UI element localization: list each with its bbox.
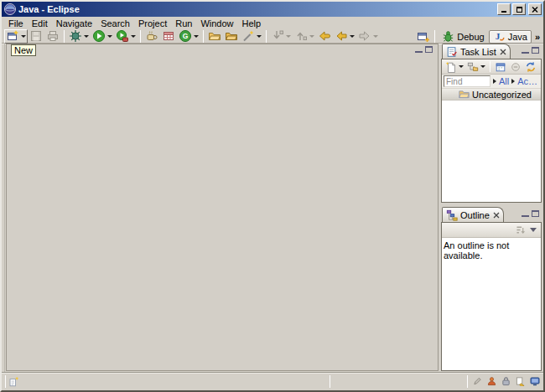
open-folder-alt-button[interactable] xyxy=(223,29,240,44)
new-wizard-button[interactable] xyxy=(4,29,28,44)
open-folder-alt-icon xyxy=(225,29,238,43)
editor-area[interactable] xyxy=(6,44,439,371)
back-button[interactable] xyxy=(333,29,356,44)
open-folder-icon xyxy=(208,29,221,43)
back-dropdown-icon[interactable] xyxy=(350,35,355,38)
last-edit-location-button[interactable] xyxy=(316,29,333,44)
category-label: Uncategorized xyxy=(472,90,532,100)
web-grid-button[interactable] xyxy=(160,29,177,44)
status-task-icon[interactable] xyxy=(8,376,19,389)
task-list-icon xyxy=(446,46,458,58)
close-outline-icon[interactable] xyxy=(493,212,500,219)
categorize-dropdown-icon[interactable] xyxy=(480,65,485,68)
categorize-button[interactable] xyxy=(465,59,487,74)
toolbar-separator xyxy=(266,30,267,43)
next-annotation-dropdown-icon xyxy=(286,35,291,38)
new-task-dropdown-icon[interactable] xyxy=(459,65,464,68)
eclipse-window: Java - Eclipse File Edit Navigate Search… xyxy=(0,0,545,392)
left-trim xyxy=(2,44,5,372)
java-cup-button[interactable] xyxy=(143,29,160,44)
svg-text:G: G xyxy=(183,32,189,40)
minimize-button[interactable] xyxy=(497,3,511,15)
menu-file[interactable]: File xyxy=(4,18,28,29)
debug-icon xyxy=(69,29,82,43)
menu-project[interactable]: Project xyxy=(134,18,171,29)
view-menu-icon[interactable] xyxy=(541,64,542,69)
menu-navigate[interactable]: Navigate xyxy=(52,18,96,29)
eclipse-logo-icon xyxy=(4,3,16,15)
find-input[interactable] xyxy=(444,75,490,87)
task-list-toolbar xyxy=(442,59,541,75)
close-button[interactable] xyxy=(528,3,542,15)
filter-all-link[interactable]: All xyxy=(499,76,509,86)
outline-sort-button xyxy=(513,223,527,237)
maximize-button[interactable] xyxy=(512,3,526,15)
minimize-editor-icon[interactable] xyxy=(415,46,423,53)
open-folder-button[interactable] xyxy=(206,29,223,44)
schedule-button[interactable] xyxy=(493,59,508,74)
status-tray xyxy=(473,376,540,386)
new-wizard-dropdown-icon[interactable] xyxy=(21,35,26,38)
perspective-overflow-chevron[interactable]: » xyxy=(535,32,540,42)
status-divider xyxy=(467,375,468,388)
maximize-outline-icon[interactable] xyxy=(532,210,539,217)
task-list-tab[interactable]: Task List xyxy=(442,44,511,59)
task-list-tab-label: Task List xyxy=(460,47,496,57)
close-icon xyxy=(532,7,538,13)
workbench-content: Task List xyxy=(2,44,543,372)
task-list-area[interactable] xyxy=(442,101,541,201)
view-menu-icon[interactable] xyxy=(530,228,537,232)
print-icon xyxy=(46,29,60,43)
next-annotation-button xyxy=(269,29,293,44)
synchronize-button[interactable] xyxy=(523,59,538,74)
java-cup-icon xyxy=(145,29,158,43)
perspective-debug-button[interactable]: Debug xyxy=(438,30,488,44)
debug-button[interactable] xyxy=(67,29,91,44)
tray-user-icon[interactable] xyxy=(487,376,496,386)
category-row-uncategorized[interactable]: Uncategorized xyxy=(442,89,541,101)
external-tools-dropdown-icon[interactable] xyxy=(131,35,136,38)
main-toolbar: G xyxy=(2,29,543,44)
open-perspective-button[interactable] xyxy=(415,29,432,44)
wand-dropdown-icon[interactable] xyxy=(257,35,262,38)
tray-console-icon[interactable] xyxy=(530,376,540,386)
next-annotation-icon xyxy=(271,29,284,43)
filter-activated-arrow-icon[interactable] xyxy=(511,79,515,84)
categorize-icon xyxy=(467,61,479,73)
run-button[interactable] xyxy=(91,29,114,44)
debug-dropdown-icon[interactable] xyxy=(84,35,89,38)
maximize-editor-icon[interactable] xyxy=(425,46,433,53)
titlebar[interactable]: Java - Eclipse xyxy=(2,2,543,17)
outline-tab[interactable]: Outline xyxy=(442,207,504,222)
tray-log-icon[interactable] xyxy=(516,376,525,386)
filter-activated-link[interactable]: Activat... xyxy=(517,76,539,86)
save-button xyxy=(28,29,44,44)
external-tools-button[interactable] xyxy=(114,29,138,44)
run-dropdown-icon[interactable] xyxy=(107,35,112,38)
menu-window[interactable]: Window xyxy=(196,18,237,29)
new-task-icon xyxy=(445,61,457,73)
menu-edit[interactable]: Edit xyxy=(28,18,52,29)
minimize-outline-icon[interactable] xyxy=(522,210,529,217)
new-class-button[interactable]: G xyxy=(177,29,200,44)
toolbar-separator xyxy=(64,30,65,43)
new-class-dropdown-icon[interactable] xyxy=(194,35,199,38)
menu-help[interactable]: Help xyxy=(238,18,266,29)
maximize-task-list-icon[interactable] xyxy=(532,47,539,54)
task-list-find-row: All Activat... xyxy=(442,75,541,89)
minimize-task-list-icon[interactable] xyxy=(522,47,529,54)
wand-icon xyxy=(241,29,255,43)
perspective-java-button[interactable]: J Java xyxy=(489,30,532,44)
tray-lock-icon[interactable] xyxy=(501,376,511,386)
menu-search[interactable]: Search xyxy=(96,18,134,29)
filter-all-arrow-icon[interactable] xyxy=(493,79,496,84)
tooltip-new: New xyxy=(11,44,36,56)
menu-run[interactable]: Run xyxy=(171,18,196,29)
wand-button[interactable] xyxy=(240,29,263,44)
task-list-body: All Activat... Uncategorized xyxy=(441,59,542,203)
new-task-button[interactable] xyxy=(444,59,465,74)
toolbar-separator xyxy=(434,30,435,43)
java-perspective-icon: J xyxy=(493,30,506,43)
tray-edit-icon[interactable] xyxy=(473,376,482,386)
close-task-list-icon[interactable] xyxy=(500,49,506,55)
